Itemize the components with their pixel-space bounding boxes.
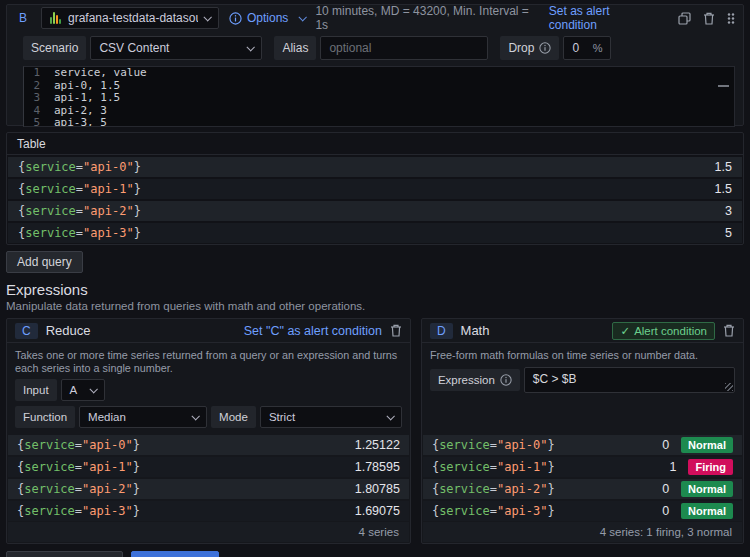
code-line: service, value — [54, 67, 147, 80]
line-number: 3 — [24, 92, 54, 105]
row-value: 1.78595 — [355, 460, 400, 474]
datasource-name: grafana-testdata-datasou — [68, 11, 198, 25]
result-row: {service="api-3"} 1.69075 — [8, 501, 409, 521]
mode-label: Mode — [211, 406, 256, 428]
csv-content-editor[interactable]: 1service, value 2api-0, 1.5 3api-1, 1.5 … — [23, 66, 735, 127]
resize-handle-icon[interactable] — [725, 383, 733, 391]
series-count-footer: 4 series — [8, 522, 409, 542]
row-value: 0 — [662, 482, 669, 496]
expression-label: Expression — [430, 369, 520, 391]
row-value: 0 — [662, 438, 669, 452]
state-badge: Firing — [688, 459, 733, 475]
add-query-button[interactable]: Add query — [6, 251, 83, 273]
expression-description: Takes one or more time series returned f… — [7, 343, 410, 374]
chevron-down-icon — [192, 412, 200, 420]
table-row: {service="api-2"} 3 — [8, 201, 742, 221]
set-c-alert-condition-link[interactable]: Set "C" as alert condition — [244, 324, 382, 338]
options-toggle[interactable]: Options — [229, 11, 305, 25]
row-value: 1.69075 — [355, 504, 400, 518]
table-row: {service="api-1"} 1.5 — [8, 179, 742, 199]
state-badge: Normal — [681, 437, 733, 453]
math-expression-input[interactable]: $C > $B — [524, 367, 735, 393]
alias-label: Alias — [274, 36, 316, 60]
add-expression-button[interactable]: Add expression — [6, 551, 123, 557]
code-line: api-3, 5 — [54, 117, 107, 127]
reduce-input-select[interactable]: A — [61, 379, 105, 401]
state-badge: Normal — [681, 481, 733, 497]
expression-title: Reduce — [46, 323, 91, 338]
function-label: Function — [15, 406, 75, 428]
drop-label: Drop — [500, 36, 559, 60]
input-label: Input — [15, 379, 57, 401]
drag-handle-icon[interactable] — [727, 12, 735, 25]
chevron-down-icon — [386, 412, 394, 420]
delete-expression-icon[interactable] — [723, 324, 735, 337]
table-row: {service="api-3"} 5 — [8, 223, 742, 243]
expression-ref-badge: D — [430, 323, 453, 339]
scenario-value: CSV Content — [99, 41, 241, 55]
line-number: 1 — [24, 67, 54, 80]
drop-percent-field[interactable]: % — [563, 36, 611, 60]
result-row: {service="api-0"} 1.25122 — [8, 435, 409, 455]
duplicate-query-icon[interactable] — [678, 12, 691, 25]
result-row: {service="api-2"} 0 Normal — [423, 479, 742, 499]
row-value: 0 — [662, 504, 669, 518]
code-line: api-1, 1.5 — [54, 92, 120, 105]
result-row: {service="api-3"} 0 Normal — [423, 501, 742, 521]
info-circle-icon — [539, 42, 551, 54]
row-value: 1.5 — [715, 182, 732, 196]
check-icon: ✓ — [620, 324, 630, 338]
drop-percent-input[interactable] — [572, 41, 588, 55]
row-value: 1.25122 — [355, 438, 400, 452]
row-value: 1.5 — [715, 160, 732, 174]
info-circle-icon — [500, 374, 512, 386]
testdata-datasource-icon — [50, 12, 61, 24]
result-row: {service="api-1"} 1.78595 — [8, 457, 409, 477]
query-header: B grafana-testdata-datasou Options 10 mi… — [7, 5, 743, 31]
reduce-mode-select[interactable]: Strict — [260, 406, 402, 428]
set-alert-condition-link[interactable]: Set as alert condition — [549, 4, 658, 32]
reduce-expression-card: C Reduce Set "C" as alert condition Take… — [6, 318, 411, 544]
percent-icon: % — [593, 42, 603, 54]
reduce-function-select[interactable]: Median — [79, 406, 207, 428]
row-value: 1.80785 — [355, 482, 400, 496]
query-stats: 10 minutes, MD = 43200, Min. Interval = … — [315, 4, 538, 32]
line-number: 5 — [24, 117, 54, 127]
chevron-down-icon — [203, 13, 211, 21]
editor-minimap-mark — [718, 85, 729, 87]
table-panel: Table {service="api-0"} 1.5 {service="ap… — [6, 132, 744, 245]
delete-query-icon[interactable] — [703, 12, 715, 25]
expressions-subtitle: Manipulate data returned from queries wi… — [6, 299, 744, 313]
result-row: {service="api-2"} 1.80785 — [8, 479, 409, 499]
row-value: 5 — [725, 226, 732, 240]
result-row: {service="api-0"} 0 Normal — [423, 435, 742, 455]
table-row: {service="api-0"} 1.5 — [8, 157, 742, 177]
chevron-down-icon — [247, 43, 255, 51]
options-label: Options — [247, 11, 288, 25]
expression-title: Math — [461, 323, 490, 338]
row-value: 3 — [725, 204, 732, 218]
row-value: 1 — [669, 460, 676, 474]
query-ref-id: B — [15, 11, 31, 25]
expression-description: Free-form math formulas on time series o… — [422, 343, 743, 362]
series-count-footer: 4 series: 1 firing, 3 normal — [423, 522, 742, 542]
math-expression-card: D Math ✓ Alert condition Free-form math … — [421, 318, 744, 544]
result-row: {service="api-1"} 1 Firing — [423, 457, 742, 477]
alert-condition-badge[interactable]: ✓ Alert condition — [612, 322, 715, 340]
state-badge: Normal — [681, 503, 733, 519]
chevron-down-icon — [89, 385, 97, 393]
expression-ref-badge: C — [15, 323, 38, 339]
table-panel-title: Table — [7, 133, 743, 155]
datasource-picker[interactable]: grafana-testdata-datasou — [41, 7, 219, 29]
info-circle-icon — [229, 12, 242, 25]
query-editor-card: B grafana-testdata-datasou Options 10 mi… — [6, 4, 744, 126]
alias-input[interactable] — [320, 36, 488, 60]
preview-button[interactable]: ↻ Preview — [131, 551, 219, 557]
scenario-select[interactable]: CSV Content — [90, 36, 262, 60]
expressions-title: Expressions — [6, 281, 744, 298]
chevron-down-icon — [299, 13, 307, 21]
scenario-label: Scenario — [23, 36, 86, 60]
delete-expression-icon[interactable] — [390, 324, 402, 337]
